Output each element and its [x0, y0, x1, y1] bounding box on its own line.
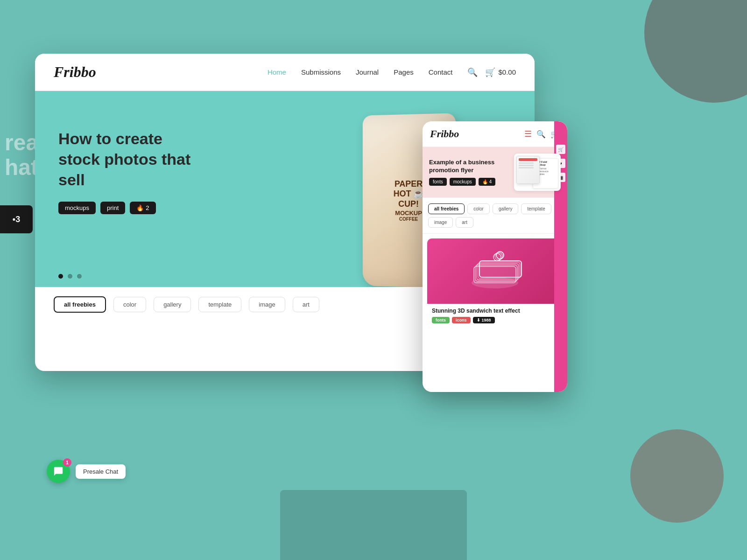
- mobile-card-title: Stunning 3D sandwich text effect: [432, 308, 558, 314]
- desktop-nav-links: Home Submissions Journal Pages Contact: [268, 68, 453, 77]
- mobile-filter-art[interactable]: art: [456, 217, 473, 228]
- filter-all-freebies[interactable]: all freebies: [54, 296, 106, 313]
- nav-item-pages[interactable]: Pages: [394, 68, 414, 77]
- chat-label: Presale Chat: [76, 464, 126, 479]
- mobile-filter-all[interactable]: all freebies: [428, 203, 465, 214]
- bg-counter-left: •3: [0, 205, 33, 233]
- filter-gallery[interactable]: gallery: [154, 297, 191, 312]
- hamburger-icon[interactable]: ☰: [524, 129, 532, 139]
- mobile-hero-tags: fonts mockups 🔥 4: [429, 178, 509, 186]
- flyer-front: [516, 156, 540, 184]
- filter-art[interactable]: art: [293, 297, 319, 312]
- mobile-tag-fonts[interactable]: fonts: [429, 178, 447, 186]
- nav-item-submissions[interactable]: Submissions: [301, 68, 341, 77]
- dot-3[interactable]: [77, 274, 82, 279]
- hero-carousel-dots: [58, 274, 82, 279]
- bg-text-left: rea hat: [5, 131, 38, 180]
- mobile-search-icon[interactable]: 🔍: [536, 130, 546, 139]
- hero-title: How to create stock photos that sell: [58, 128, 208, 190]
- mobile-hero-title: Example of a business promotion flyer: [429, 159, 509, 175]
- nav-link-journal[interactable]: Journal: [356, 68, 379, 76]
- svg-rect-5: [479, 261, 521, 277]
- svg-point-8: [496, 252, 504, 259]
- nav-item-home[interactable]: Home: [268, 68, 286, 77]
- dot-2[interactable]: [68, 274, 72, 279]
- filter-color[interactable]: color: [113, 297, 146, 312]
- sidebar-cart-icon[interactable]: 🛒: [556, 145, 565, 154]
- hero-text-block: How to create stock photos that sell moc…: [58, 128, 208, 214]
- flyer-mockup: Half Fold Mockup US Format psd resource …: [516, 156, 558, 189]
- nav-link-submissions[interactable]: Submissions: [301, 68, 341, 76]
- bg-decoration-bottom: [280, 490, 467, 560]
- desktop-nav-icons: 🔍 🛒 $0.00: [467, 67, 516, 77]
- nav-item-journal[interactable]: Journal: [356, 68, 379, 77]
- mobile-tag-likes: 🔥 4: [479, 178, 496, 186]
- mobile-likes-count: 4: [489, 179, 492, 184]
- hero-tags: mockups print 🔥 2: [58, 202, 208, 214]
- search-icon[interactable]: 🔍: [467, 67, 478, 77]
- bg-decoration-right: [644, 0, 747, 103]
- mobile-tag-mockups[interactable]: mockups: [450, 178, 476, 186]
- downloads-count: 1988: [482, 318, 491, 322]
- desktop-navbar: Fribbo Home Submissions Journal Pages Co…: [35, 54, 535, 91]
- cart-amount: $0.00: [498, 68, 516, 76]
- mobile-content-card: Stunning 3D sandwich text effect fonts i…: [427, 238, 563, 328]
- fire-icon: 🔥: [136, 204, 144, 211]
- mobile-filter-bar: all freebies color gallery template imag…: [423, 198, 567, 234]
- download-icon: ⬇: [477, 318, 480, 322]
- nav-link-home[interactable]: Home: [268, 68, 286, 76]
- mobile-filter-color[interactable]: color: [467, 203, 490, 214]
- mobile-hero: Example of a business promotion flyer fo…: [423, 147, 567, 198]
- mobile-filter-gallery[interactable]: gallery: [493, 203, 518, 214]
- mobile-navbar: Fribbo ☰ 🔍 🛒: [423, 121, 567, 147]
- mobile-hero-text: Example of a business promotion flyer fo…: [429, 159, 509, 186]
- mobile-filter-image[interactable]: image: [428, 217, 453, 228]
- chat-button[interactable]: 1: [47, 460, 70, 483]
- chat-widget: 1 Presale Chat: [47, 460, 126, 483]
- mobile-card-tags: fonts icons ⬇ 1988: [432, 317, 558, 323]
- nav-link-contact[interactable]: Contact: [429, 68, 453, 76]
- chat-icon: [53, 466, 63, 476]
- mobile-logo: Fribbo: [430, 128, 524, 140]
- filter-image[interactable]: image: [249, 297, 285, 312]
- filter-template[interactable]: template: [198, 297, 241, 312]
- bg-decoration-right2: [630, 429, 724, 523]
- mobile-filter-template[interactable]: template: [521, 203, 551, 214]
- tag-downloads: ⬇ 1988: [473, 317, 495, 323]
- chat-badge: 1: [63, 458, 71, 467]
- mobile-card-info: Stunning 3D sandwich text effect fonts i…: [427, 304, 563, 328]
- tag-icons[interactable]: icons: [452, 317, 471, 323]
- tag-fonts[interactable]: fonts: [432, 317, 450, 323]
- sandwich-visual: [427, 238, 563, 304]
- nav-item-contact[interactable]: Contact: [429, 68, 453, 77]
- mobile-hero-image: Half Fold Mockup US Format psd resource …: [514, 154, 561, 191]
- mobile-card: 🛒 ♥ ▦ Fribbo ☰ 🔍 🛒 Example of a business…: [423, 121, 567, 392]
- cart-icon: 🛒: [485, 67, 495, 77]
- tag-print[interactable]: print: [100, 202, 125, 214]
- cart-button[interactable]: 🛒 $0.00: [485, 67, 516, 77]
- nav-link-pages[interactable]: Pages: [394, 68, 414, 76]
- desktop-logo: Fribbo: [54, 63, 268, 81]
- tag-likes: 🔥 2: [130, 202, 155, 214]
- likes-count: 2: [146, 204, 149, 211]
- dot-active[interactable]: [58, 274, 63, 279]
- sandwich-svg: [467, 248, 523, 294]
- tag-mockups[interactable]: mockups: [58, 202, 96, 214]
